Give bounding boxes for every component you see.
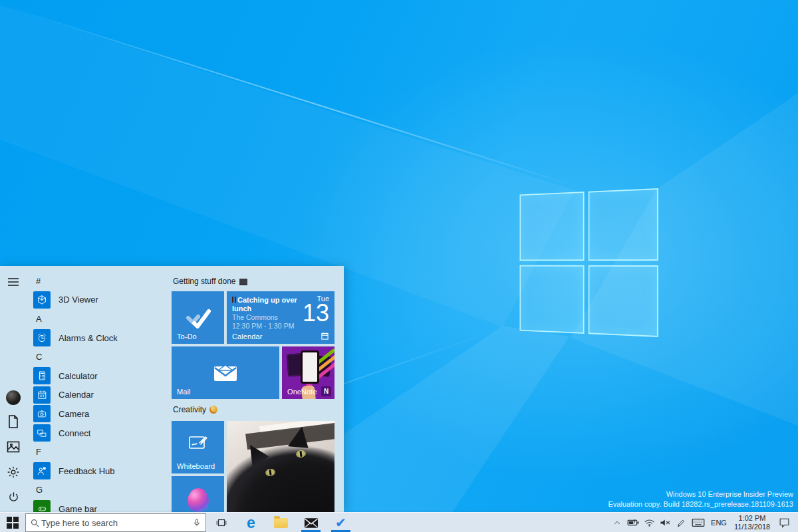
gear-icon (7, 466, 20, 479)
taskbar-edge-button[interactable]: e (236, 513, 266, 532)
taskbar-mail-button[interactable] (296, 513, 326, 532)
tile-onenote[interactable]: OneNote N (282, 346, 334, 399)
mail-envelope-icon (213, 364, 238, 382)
app-list-header[interactable]: C (27, 347, 170, 366)
language-indicator[interactable]: ENG (708, 519, 730, 527)
app-item-feedback-hub[interactable]: Feedback Hub (27, 462, 170, 481)
settings-button[interactable] (5, 464, 21, 480)
tile-label: Mail (177, 388, 191, 396)
app-list-header[interactable]: F (27, 442, 170, 462)
game-bar-icon (33, 500, 51, 512)
taskbar-file-explorer-button[interactable] (266, 513, 296, 532)
date: 11/13/2018 (730, 523, 774, 531)
tile-photos[interactable] (227, 421, 334, 512)
tile-mail[interactable]: Mail (172, 346, 279, 399)
todo-check-icon (184, 307, 212, 329)
start-button[interactable] (0, 513, 25, 532)
app-item-label: Alarms & Clock (59, 333, 118, 343)
calendar-day-number: 13 (303, 301, 329, 325)
search-input[interactable] (40, 517, 192, 529)
touch-keyboard-button[interactable] (689, 513, 708, 532)
event-location: The Commons (232, 313, 301, 322)
pictures-button[interactable] (5, 439, 21, 455)
action-center-icon (779, 517, 790, 528)
speaker-muted-icon (660, 518, 671, 527)
battery-status[interactable] (625, 513, 641, 532)
user-account-button[interactable] (5, 390, 21, 406)
hamburger-icon (7, 277, 19, 287)
taskbar: e ✔ (0, 512, 798, 532)
app-item-label: Calendar (59, 390, 94, 400)
tile-group-title: Getting stuff done (173, 277, 236, 286)
power-icon (7, 491, 20, 503)
taskbar-search[interactable] (25, 513, 206, 532)
app-list-header[interactable]: A (27, 309, 170, 329)
tile-calendar[interactable]: Catching up over lunch The Commons 12:30… (227, 291, 334, 344)
task-view-icon (215, 517, 227, 529)
keyboard-icon (692, 518, 705, 527)
windows-logo-wallpaper (519, 188, 658, 337)
tile-label: Whiteboard (177, 462, 215, 470)
app-item-3d-viewer[interactable]: 3D Viewer (27, 291, 170, 310)
alarm-clock-icon (33, 329, 51, 346)
battery-icon (627, 518, 640, 527)
expand-menu-button[interactable] (5, 274, 21, 290)
tile-label: OneNote (287, 388, 317, 396)
documents-button[interactable] (5, 414, 21, 430)
cat-photo (232, 448, 334, 513)
app-list-header[interactable]: G (27, 481, 170, 500)
tile-whiteboard[interactable]: Whiteboard (172, 421, 224, 473)
wallpaper-logo-pane (519, 192, 584, 261)
tile-paint3d[interactable] (172, 476, 224, 512)
wallpaper-logo-pane (588, 188, 658, 261)
feedback-hub-icon (33, 462, 51, 479)
app-item-label: Feedback Hub (59, 466, 115, 476)
start-menu-rail (0, 266, 27, 512)
task-view-button[interactable] (206, 513, 236, 532)
start-menu-app-list: # 3D Viewer A Alarms & Clock C Calculato… (27, 271, 170, 512)
clock[interactable]: 1:02 PM 11/13/2018 (730, 514, 774, 531)
action-center-button[interactable] (774, 513, 794, 532)
start-menu: # 3D Viewer A Alarms & Clock C Calculato… (0, 266, 344, 512)
network-status[interactable] (641, 513, 657, 532)
whiteboard-icon (188, 434, 208, 452)
app-list-header-label: C (36, 352, 42, 362)
app-list-header-label: # (36, 276, 41, 286)
app-item-label: Connect (59, 428, 90, 438)
app-item-label: Calculator (59, 371, 98, 381)
app-item-camera[interactable]: Camera (27, 404, 170, 424)
tile-label: To-Do (177, 332, 197, 340)
windows-ink-button[interactable] (673, 513, 689, 532)
tile-todo[interactable]: To-Do (172, 291, 224, 344)
microphone-icon[interactable] (192, 517, 201, 528)
avatar (6, 390, 21, 405)
tray-overflow-button[interactable] (609, 513, 625, 532)
start-menu-tiles: Getting stuff done To-Do Catching up ove… (172, 266, 336, 512)
tile-group-title: Creativity (173, 405, 206, 414)
search-icon (30, 518, 40, 528)
3d-viewer-icon (33, 291, 51, 309)
tile-group-header[interactable]: Creativity (173, 405, 217, 414)
calendar-glyph-icon (321, 332, 329, 340)
app-item-game-bar[interactable]: Game bar (27, 499, 170, 512)
app-item-calendar[interactable]: Calendar (27, 386, 170, 405)
wifi-icon (644, 518, 655, 527)
chevron-up-icon (612, 518, 622, 527)
mail-icon (304, 517, 319, 529)
power-button[interactable] (5, 489, 21, 505)
app-item-label: Game bar (59, 504, 97, 512)
onenote-logo-icon: N (321, 386, 331, 396)
app-item-calculator[interactable]: Calculator (27, 366, 170, 386)
wallpaper-logo-pane (588, 265, 658, 337)
tile-group-header[interactable]: Getting stuff done (173, 277, 247, 286)
watermark-line2: Evaluation copy. Build 18282.rs_prerelea… (608, 499, 793, 509)
taskbar-todo-button[interactable]: ✔ (326, 513, 356, 532)
volume-status[interactable] (657, 513, 673, 532)
app-list-header[interactable]: # (27, 271, 170, 291)
app-item-alarms-clock[interactable]: Alarms & Clock (27, 329, 170, 348)
connect-icon (33, 424, 51, 442)
app-item-connect[interactable]: Connect (27, 424, 170, 443)
file-explorer-icon (274, 518, 288, 528)
tile-label: Calendar (232, 332, 262, 340)
todo-check-icon: ✔ (335, 515, 346, 531)
